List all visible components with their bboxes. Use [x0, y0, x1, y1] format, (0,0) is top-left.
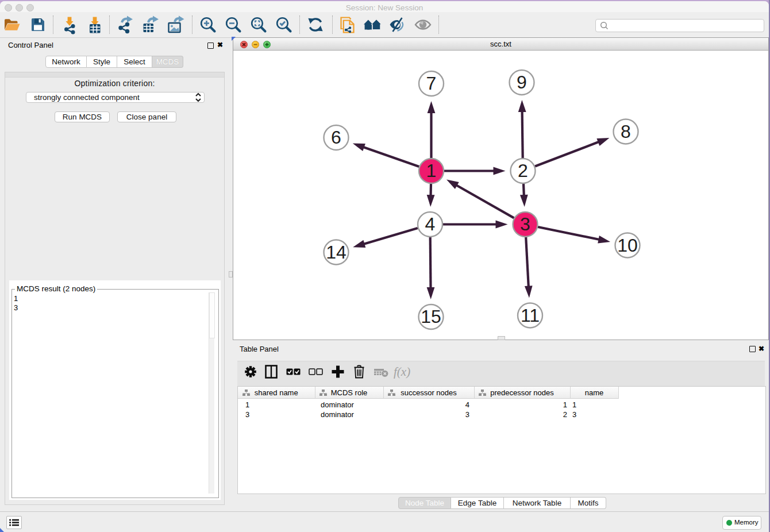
- svg-text:4: 4: [425, 214, 436, 234]
- svg-text:3: 3: [520, 214, 530, 234]
- svg-text:10: 10: [617, 235, 638, 256]
- svg-text:7: 7: [426, 73, 437, 94]
- svg-text:14: 14: [326, 242, 346, 263]
- svg-text:6: 6: [331, 127, 341, 148]
- svg-text:11: 11: [521, 305, 540, 326]
- svg-text:8: 8: [621, 121, 631, 142]
- svg-text:15: 15: [421, 306, 441, 327]
- svg-text:2: 2: [518, 160, 528, 181]
- svg-text:9: 9: [517, 72, 527, 92]
- svg-text:1: 1: [426, 160, 437, 181]
